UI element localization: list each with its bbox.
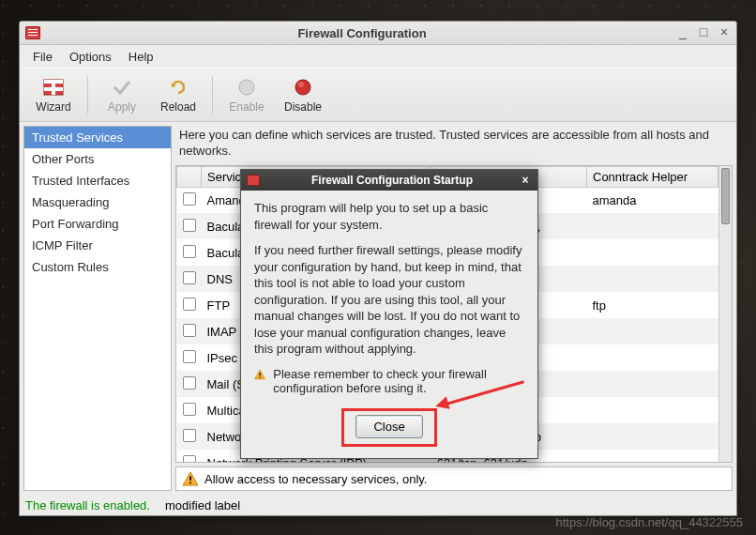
warning-icon bbox=[182, 471, 199, 486]
enable-label: Enable bbox=[229, 100, 264, 114]
footer-warning: Allow access to necessary services, only… bbox=[175, 466, 733, 491]
startup-dialog: Firewall Configuration Startup × This pr… bbox=[240, 169, 538, 459]
sidebar-item-masquerading[interactable]: Masquerading bbox=[24, 191, 171, 213]
disable-label: Disable bbox=[284, 100, 322, 114]
checkbox[interactable] bbox=[183, 245, 196, 258]
svg-point-4 bbox=[239, 80, 254, 95]
dialog-close-icon[interactable]: × bbox=[519, 174, 532, 187]
disable-icon bbox=[292, 76, 314, 99]
reload-label: Reload bbox=[160, 100, 196, 114]
menubar: File Options Help bbox=[20, 45, 736, 68]
wizard-button[interactable]: Wizard bbox=[27, 71, 80, 118]
checkbox[interactable] bbox=[183, 298, 196, 311]
separator bbox=[87, 76, 88, 114]
status-modified: modified label bbox=[165, 498, 240, 512]
enable-button: Enable bbox=[220, 71, 273, 118]
status-firewall: The firewall is enabled. bbox=[25, 498, 150, 512]
cell-helper bbox=[587, 266, 718, 292]
annotation-highlight: Close bbox=[341, 408, 437, 447]
cell-helper bbox=[587, 213, 718, 239]
toolbar: Wizard Apply Reload Enable Disable bbox=[20, 68, 736, 122]
apply-label: Apply bbox=[108, 100, 136, 114]
sidebar-item-other-ports[interactable]: Other Ports bbox=[24, 148, 171, 170]
maximize-button[interactable]: □ bbox=[697, 26, 710, 39]
wizard-label: Wizard bbox=[36, 100, 70, 114]
checkbox[interactable] bbox=[183, 376, 196, 390]
menu-file[interactable]: File bbox=[25, 48, 60, 66]
checkbox[interactable] bbox=[183, 350, 196, 363]
checkbox[interactable] bbox=[183, 403, 196, 416]
window-title: Firewall Configuration bbox=[48, 26, 676, 40]
firewall-icon bbox=[25, 26, 40, 39]
cell-helper: ftp bbox=[587, 292, 718, 318]
sidebar-item-icmp-filter[interactable]: ICMP Filter bbox=[24, 235, 171, 256]
reload-button[interactable]: Reload bbox=[152, 71, 204, 118]
checkbox[interactable] bbox=[183, 455, 196, 463]
footer-warning-text: Allow access to necessary services, only… bbox=[204, 472, 427, 486]
check-icon bbox=[111, 76, 133, 99]
col-helper[interactable]: Conntrack Helper bbox=[587, 166, 718, 187]
statusbar: The firewall is enabled. modified label bbox=[20, 495, 736, 515]
warning-icon bbox=[254, 367, 265, 382]
firewall-icon bbox=[247, 175, 260, 186]
cell-helper bbox=[587, 344, 718, 371]
sidebar-item-trusted-services[interactable]: Trusted Services bbox=[24, 127, 171, 148]
cell-helper bbox=[587, 450, 718, 463]
separator bbox=[212, 76, 213, 114]
checkbox[interactable] bbox=[183, 324, 196, 337]
sidebar-item-custom-rules[interactable]: Custom Rules bbox=[24, 256, 171, 278]
apply-button: Apply bbox=[96, 71, 148, 118]
svg-point-5 bbox=[295, 80, 310, 95]
cell-helper bbox=[587, 371, 718, 397]
dialog-text-1: This program will help you to set up a b… bbox=[254, 200, 524, 233]
menu-options[interactable]: Options bbox=[62, 48, 119, 66]
reload-icon bbox=[167, 76, 189, 99]
dialog-text-3: Please remember to check your firewall c… bbox=[273, 367, 524, 395]
checkbox[interactable] bbox=[183, 192, 196, 206]
checkbox[interactable] bbox=[183, 271, 196, 284]
cell-helper bbox=[587, 318, 718, 344]
cell-helper bbox=[587, 397, 718, 423]
scrollbar[interactable] bbox=[718, 166, 732, 462]
close-button[interactable]: Close bbox=[355, 415, 423, 438]
dialog-titlebar[interactable]: Firewall Configuration Startup × bbox=[241, 170, 537, 191]
cell-helper bbox=[587, 423, 718, 450]
sidebar: Trusted Services Other Ports Trusted Int… bbox=[23, 126, 172, 491]
dialog-title: Firewall Configuration Startup bbox=[265, 174, 519, 187]
checkbox[interactable] bbox=[183, 429, 196, 442]
dialog-text-2: If you need further firewall settings, p… bbox=[254, 242, 524, 358]
menu-help[interactable]: Help bbox=[121, 48, 161, 66]
minimize-button[interactable]: _ bbox=[676, 26, 689, 39]
svg-point-6 bbox=[298, 82, 304, 87]
firewall-wizard-icon bbox=[42, 76, 65, 99]
svg-rect-10 bbox=[259, 376, 260, 377]
svg-rect-3 bbox=[52, 80, 55, 95]
close-button[interactable]: × bbox=[718, 26, 731, 39]
disable-button[interactable]: Disable bbox=[277, 71, 329, 118]
sidebar-item-port-forwarding[interactable]: Port Forwarding bbox=[24, 213, 171, 235]
checkbox[interactable] bbox=[183, 219, 196, 232]
svg-rect-7 bbox=[189, 476, 191, 480]
scroll-thumb[interactable] bbox=[721, 168, 730, 224]
cell-helper: amanda bbox=[587, 187, 718, 213]
svg-rect-9 bbox=[259, 373, 260, 375]
enable-icon bbox=[235, 76, 258, 99]
cell-helper bbox=[587, 239, 718, 266]
col-check[interactable] bbox=[177, 166, 202, 187]
panel-description: Here you can define which services are t… bbox=[175, 126, 733, 161]
sidebar-item-trusted-interfaces[interactable]: Trusted Interfaces bbox=[24, 170, 171, 191]
titlebar[interactable]: Firewall Configuration _ □ × bbox=[20, 22, 736, 45]
svg-rect-8 bbox=[189, 482, 191, 484]
dialog-body: This program will help you to set up a b… bbox=[241, 191, 537, 458]
